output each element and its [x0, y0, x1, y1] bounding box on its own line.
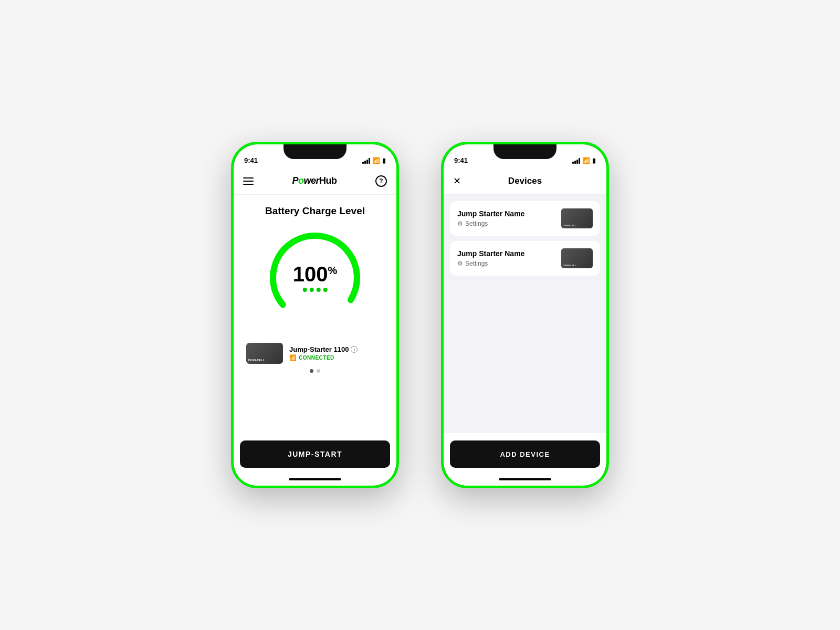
jump-start-button[interactable]: JUMP-START: [240, 440, 390, 468]
battery-gauge: 100%: [262, 225, 368, 330]
time-2: 9:41: [454, 156, 468, 164]
connected-label: CONNECTED: [299, 355, 334, 361]
connected-row: 📶 CONNECTED: [289, 354, 384, 361]
device-list-info-2: Jump Starter Name ⚙ Settings: [457, 249, 561, 267]
main-content-1: Battery Charge Level 100%: [234, 195, 396, 433]
status-icons-1: 📶 ▮: [362, 157, 386, 164]
app-logo: PowerHub: [292, 175, 337, 186]
signal-icon-2: [572, 158, 580, 164]
device-list-name-1: Jump Starter Name: [457, 209, 561, 218]
bluetooth-icon: 📶: [289, 354, 297, 361]
device-thumb-2: [561, 248, 593, 268]
settings-label-2[interactable]: Settings: [465, 260, 488, 267]
page-dot-1[interactable]: [310, 369, 313, 373]
device-info: Jump-Starter 1100 i 📶 CONNECTED: [289, 345, 384, 361]
info-icon[interactable]: i: [351, 346, 358, 353]
device-name: Jump-Starter 1100: [289, 345, 349, 353]
battery-icon-1: ▮: [382, 157, 386, 164]
add-device-button[interactable]: ADD DEVICE: [450, 440, 600, 468]
phone-2: 9:41 📶 ▮ ✕ Devices: [441, 142, 609, 488]
list-item[interactable]: Jump Starter Name ⚙ Settings: [450, 201, 600, 236]
screen-title: Devices: [508, 176, 542, 186]
screen-1: PowerHub ? Battery Charge Level 100: [234, 167, 396, 486]
device-name-row: Jump-Starter 1100 i: [289, 345, 384, 353]
gauge-center: 100%: [293, 264, 338, 292]
status-bar-1: 9:41 📶 ▮: [234, 144, 396, 167]
close-button[interactable]: ✕: [453, 176, 461, 186]
home-bar-1: [289, 478, 341, 480]
dot-4: [323, 288, 327, 292]
settings-row-2: ⚙ Settings: [457, 260, 561, 267]
signal-icon-1: [362, 158, 370, 164]
pagination-dots: [310, 369, 320, 373]
list-item[interactable]: Jump Starter Name ⚙ Settings: [450, 241, 600, 276]
home-bar-2: [499, 478, 551, 480]
dot-1: [302, 288, 307, 292]
gear-icon-2: ⚙: [457, 260, 463, 267]
wifi-icon-2: 📶: [582, 157, 590, 164]
menu-button[interactable]: [243, 177, 254, 185]
wifi-icon-1: 📶: [372, 157, 380, 164]
time-1: 9:41: [244, 156, 258, 164]
gear-icon-1: ⚙: [457, 220, 463, 227]
device-list-info-1: Jump Starter Name ⚙ Settings: [457, 209, 561, 227]
devices-header: ✕ Devices: [444, 167, 606, 195]
home-indicator-1: [234, 473, 396, 486]
status-icons-2: 📶 ▮: [572, 157, 596, 164]
battery-dots: [302, 288, 327, 292]
devices-list: Jump Starter Name ⚙ Settings Jump Starte…: [444, 195, 606, 433]
device-list-name-2: Jump Starter Name: [457, 249, 561, 258]
app-header-1: PowerHub ?: [234, 167, 396, 195]
battery-icon-2: ▮: [592, 157, 596, 164]
dot-2: [309, 288, 313, 292]
home-indicator-2: [444, 473, 606, 486]
settings-row-1: ⚙ Settings: [457, 220, 561, 227]
status-bar-2: 9:41 📶 ▮: [444, 144, 606, 167]
battery-percent: 100%: [293, 264, 338, 285]
scene: 9:41 📶 ▮ PowerHub: [0, 110, 840, 520]
device-thumb-1: [561, 208, 593, 228]
page-dot-2[interactable]: [317, 369, 320, 373]
settings-label-1[interactable]: Settings: [465, 220, 488, 227]
connected-device-section: Jump-Starter 1100 i 📶 CONNECTED: [242, 343, 388, 373]
help-button[interactable]: ?: [375, 175, 387, 187]
device-image: [246, 343, 283, 364]
screen-2: ✕ Devices Jump Starter Name ⚙ Settings: [444, 167, 606, 486]
dot-3: [316, 288, 320, 292]
phone-1: 9:41 📶 ▮ PowerHub: [231, 142, 399, 488]
